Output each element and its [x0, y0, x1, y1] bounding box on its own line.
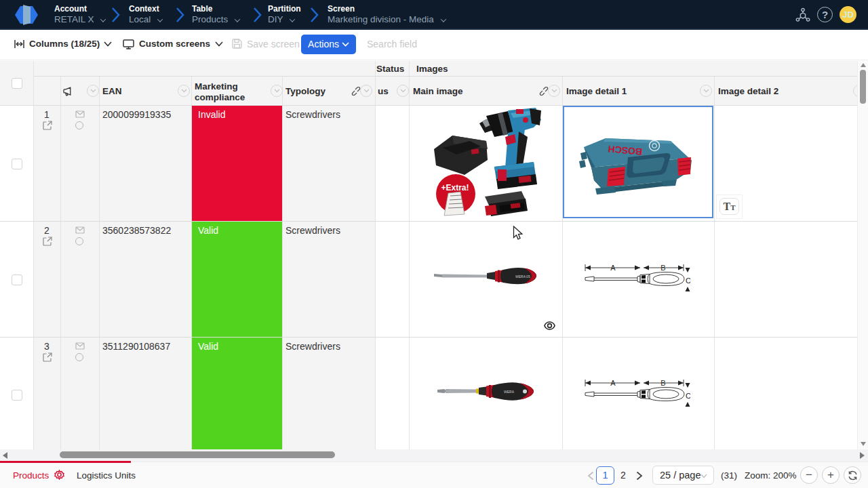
- svg-text:A: A: [610, 379, 616, 387]
- svg-text:WERA: WERA: [504, 390, 515, 394]
- svg-text:B: B: [660, 379, 665, 387]
- svg-text:A: A: [610, 264, 616, 272]
- svg-text:+Extra!: +Extra!: [441, 183, 469, 192]
- svg-text:C: C: [686, 277, 690, 285]
- svg-text:B: B: [660, 264, 665, 272]
- svg-text:WERA 05: WERA 05: [515, 274, 530, 279]
- svg-text:C: C: [686, 392, 690, 400]
